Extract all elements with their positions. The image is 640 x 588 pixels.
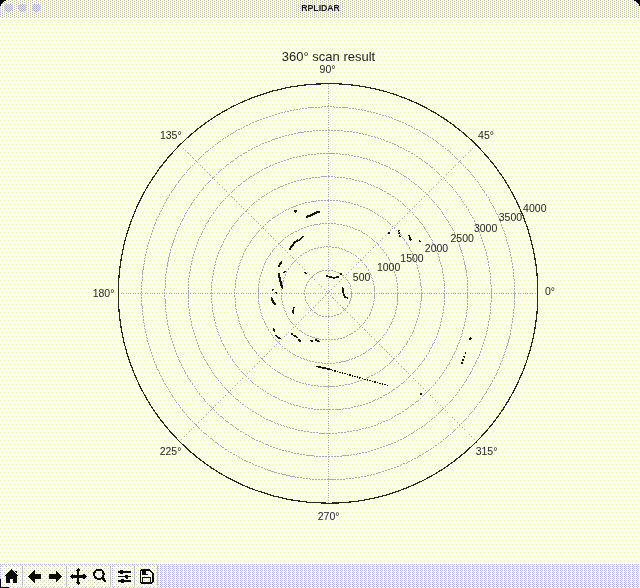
svg-text:RPLIDAR: RPLIDAR: [301, 3, 340, 13]
svg-text:0°: 0°: [545, 285, 555, 297]
svg-text:270°: 270°: [318, 510, 340, 522]
svg-text:3500: 3500: [499, 211, 523, 223]
svg-text:315°: 315°: [476, 445, 498, 457]
svg-text:180°: 180°: [93, 287, 115, 299]
svg-text:1500: 1500: [400, 252, 424, 264]
svg-text:4000: 4000: [523, 202, 547, 214]
svg-text:2500: 2500: [451, 232, 475, 244]
svg-text:500: 500: [353, 271, 371, 283]
svg-text:2000: 2000: [425, 242, 449, 254]
svg-text:225°: 225°: [160, 445, 182, 457]
svg-text:360° scan result: 360° scan result: [282, 49, 376, 64]
svg-text:1000: 1000: [377, 261, 401, 273]
svg-text:135°: 135°: [160, 129, 182, 141]
svg-text:45°: 45°: [478, 129, 494, 141]
svg-text:90°: 90°: [320, 63, 336, 75]
svg-text:3000: 3000: [474, 222, 498, 234]
